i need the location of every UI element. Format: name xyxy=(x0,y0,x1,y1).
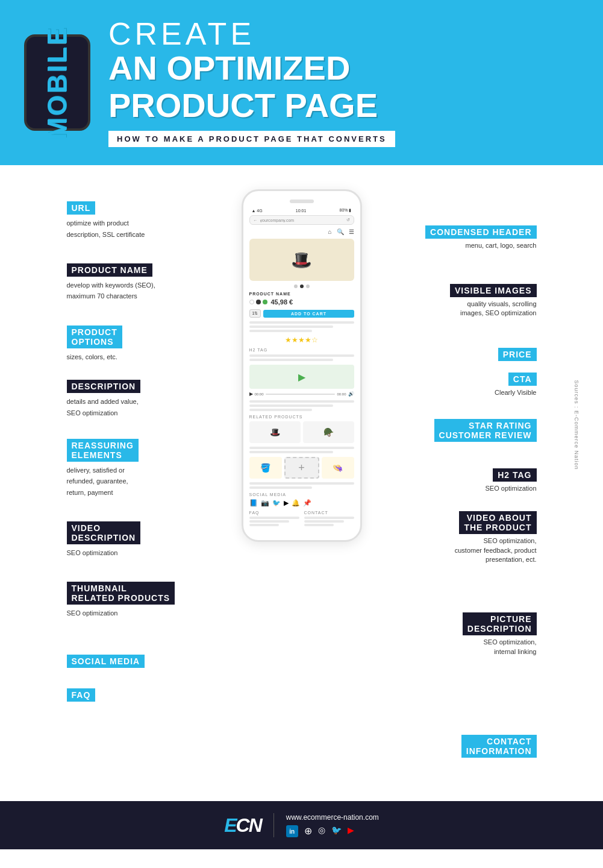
faq-line-3 xyxy=(249,524,280,526)
bv-line-3 xyxy=(249,409,312,411)
phone-product-name-label: PRODUCT NAME xyxy=(249,292,354,296)
phone-h2tag: H2 TAG xyxy=(249,348,354,352)
phone-related-lines xyxy=(249,447,354,453)
right-column: CONDENSED HEADER menu, cart, logo, searc… xyxy=(368,189,537,777)
footer-website[interactable]: www.ecommerce-nation.com xyxy=(286,813,379,822)
br-line-2 xyxy=(249,486,312,489)
footer-google[interactable]: ⊕ xyxy=(304,825,312,837)
phone-add-to-cart-row: 1⇅ ADD TO CART xyxy=(249,309,354,318)
subtitle: HOW TO MAKE A PRODUCT PAGE THAT CONVERTS xyxy=(108,131,395,147)
desc-line-3 xyxy=(249,330,312,332)
phone-social-label: SOCIAL MEDIA xyxy=(249,492,354,497)
diagram-wrapper: URL optimize with productdescription, SS… xyxy=(0,189,603,777)
description-title: DESCRIPTION xyxy=(67,380,141,393)
option-circle[interactable] xyxy=(249,300,254,304)
phone-contact-col: CONTACT xyxy=(304,511,354,528)
phone-faq-col: FAQ xyxy=(249,511,299,528)
label-social-media: SOCIAL MEDIA xyxy=(67,655,236,670)
dot-3[interactable] xyxy=(306,285,310,288)
footer-twitter[interactable]: 🐦 xyxy=(331,825,342,837)
related-thumb-1[interactable]: 🎩 xyxy=(249,421,301,443)
footer-linkedin[interactable]: in xyxy=(286,825,298,837)
url-desc: optimize with productdescription, SSL ce… xyxy=(67,219,145,237)
social-bell[interactable]: 🔔 xyxy=(292,499,300,507)
label-thumbnail: THUMBNAILRELATED PRODUCTS SEO optimizati… xyxy=(67,582,236,618)
home-icon[interactable]: ⌂ xyxy=(328,228,331,235)
faq-line-2 xyxy=(249,520,289,523)
refresh-icon[interactable]: ↺ xyxy=(346,218,350,222)
related-thumb-3[interactable]: 🪣 xyxy=(249,457,282,479)
left-column: URL optimize with productdescription, SS… xyxy=(67,189,236,721)
picture-desc-title: PICTUREDESCRIPTION xyxy=(463,612,537,635)
video-desc-title: VIDEODESCRIPTION xyxy=(67,521,141,544)
social-media-title: SOCIAL MEDIA xyxy=(67,655,145,668)
main-title: AN OPTIMIZED PRODUCT PAGE xyxy=(108,49,579,124)
title-line1: AN OPTIMIZED xyxy=(108,49,350,87)
header-title-block: CREATE AN OPTIMIZED PRODUCT PAGE HOW TO … xyxy=(108,18,579,147)
add-more-button[interactable]: + xyxy=(284,457,319,479)
volume-icon[interactable]: 🔊 xyxy=(348,391,354,397)
thumbnail-title: THUMBNAILRELATED PRODUCTS xyxy=(67,582,175,605)
phone-time-stamp: 00:00 xyxy=(255,392,264,396)
phone-battery: 80% ▮ xyxy=(340,208,352,213)
create-text: CREATE xyxy=(108,18,579,49)
phone-signal: ▲ 4G xyxy=(252,209,263,213)
cta-title: CTA xyxy=(508,373,537,386)
label-h2tag: H2 TAG SEO optimization xyxy=(368,468,537,493)
label-description: DESCRIPTION details and added value,SEO … xyxy=(67,380,236,418)
footer-instagram[interactable]: ◎ xyxy=(318,825,325,837)
dot-1[interactable] xyxy=(294,285,298,288)
social-youtube[interactable]: ▶ xyxy=(284,499,289,507)
phone-video-bar: ▶ 00:00 00:00 🔊 xyxy=(249,391,354,397)
phone-progress-bar[interactable] xyxy=(266,394,336,395)
option-dot-green[interactable] xyxy=(263,300,267,304)
phone-nav-icons: ⌂ 🔍 ☰ xyxy=(249,228,354,235)
contact-line-2 xyxy=(304,520,344,523)
dot-2[interactable] xyxy=(300,285,304,288)
phone-below-related xyxy=(249,482,354,489)
phone-play-icon[interactable]: ▶ xyxy=(249,391,253,397)
phone-add-to-cart-btn[interactable]: ADD TO CART xyxy=(263,310,354,318)
label-reassuring: REASSURINGELEMENTS delivery, satisfied o… xyxy=(67,439,236,497)
faq-line-1 xyxy=(249,517,299,519)
bv-line-2 xyxy=(249,404,333,407)
label-product-name: PRODUCT NAME develop with keywords (SEO)… xyxy=(67,263,236,301)
social-twitter[interactable]: 🐦 xyxy=(272,499,281,507)
related-thumb-4[interactable]: 👒 xyxy=(322,457,354,479)
reassuring-desc: delivery, satisfied orrefunded, guarante… xyxy=(67,467,128,496)
search-icon[interactable]: 🔍 xyxy=(337,228,344,235)
br-line-1 xyxy=(249,482,354,485)
url-bar[interactable]: yourcompany.com xyxy=(260,218,344,222)
phone-option-selectors xyxy=(249,300,267,304)
desc-line-1 xyxy=(249,321,354,324)
mobile-label: MOBILE xyxy=(42,26,72,140)
phone-contact-label: CONTACT xyxy=(304,511,354,515)
bv-line-1 xyxy=(249,400,354,403)
phone-star-rating: ★★★★☆ xyxy=(249,336,354,344)
related-thumb-2[interactable]: 🪖 xyxy=(303,421,354,443)
visible-images-title: VISIBLE IMAGES xyxy=(450,284,537,297)
cta-desc: Clearly Visible xyxy=(368,388,537,397)
url-title: URL xyxy=(67,201,96,215)
phone-time: 10:01 xyxy=(296,209,307,213)
option-dot-black[interactable] xyxy=(256,300,261,304)
phone-status-bar: ▲ 4G 10:01 80% ▮ xyxy=(249,208,354,213)
phone-product-image: 🎩 xyxy=(249,239,354,281)
reassuring-title: REASSURINGELEMENTS xyxy=(67,439,139,462)
social-instagram[interactable]: 📷 xyxy=(261,499,269,507)
menu-icon[interactable]: ☰ xyxy=(349,228,354,235)
footer-youtube[interactable]: ▶ xyxy=(348,825,354,837)
phone-faq-label: FAQ xyxy=(249,511,299,515)
phone-duration: 00:00 xyxy=(337,392,346,396)
label-product-options: PRODUCTOPTIONS sizes, colors, etc. xyxy=(67,326,236,362)
label-cta: CTA Clearly Visible xyxy=(368,373,537,397)
phone-qty-stepper[interactable]: 1⇅ xyxy=(249,309,261,318)
social-facebook[interactable]: 📘 xyxy=(249,499,258,507)
product-name-desc: develop with keywords (SEO),maximum 70 c… xyxy=(67,281,155,300)
label-picture-desc: PICTUREDESCRIPTION SEO optimization,inte… xyxy=(368,612,537,656)
social-pinterest[interactable]: 📌 xyxy=(303,499,311,507)
star-rating-title: STAR RATINGCUSTOMER REVIEW xyxy=(434,419,537,442)
label-star-rating: STAR RATINGCUSTOMER REVIEW xyxy=(368,419,537,444)
price-title: PRICE xyxy=(498,348,537,361)
faq-title: FAQ xyxy=(67,688,96,702)
